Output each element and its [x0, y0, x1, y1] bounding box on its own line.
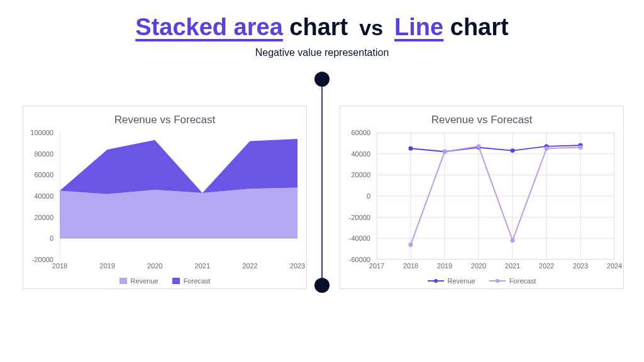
- y-tick-label: -40000: [349, 234, 370, 242]
- x-tick-label: 2018: [403, 262, 418, 270]
- x-tick-label: 2019: [99, 262, 114, 270]
- x-axis-ticks: 201820192020202120222023: [60, 262, 297, 271]
- svg-point-27: [511, 238, 515, 243]
- right-title-rest: chart: [443, 14, 508, 40]
- legend-item-revenue: Revenue: [428, 277, 475, 285]
- y-tick-label: -20000: [32, 256, 53, 263]
- y-tick-label: 60000: [34, 171, 53, 178]
- legend-label: Revenue: [131, 277, 158, 285]
- stacked-area-chart-panel: Revenue vs Forecast -2000002000040000600…: [23, 106, 307, 289]
- line-link[interactable]: Line: [394, 14, 443, 40]
- x-tick-label: 2020: [147, 262, 162, 270]
- svg-point-24: [409, 243, 413, 247]
- y-tick-label: 0: [50, 234, 53, 242]
- y-tick-label: 80000: [34, 150, 53, 158]
- legend-swatch-icon: [119, 278, 127, 284]
- legend: Revenue Forecast: [23, 277, 306, 285]
- y-tick-label: 100000: [30, 129, 53, 136]
- y-tick-label: 20000: [34, 214, 53, 221]
- x-tick-label: 2020: [471, 262, 486, 270]
- left-title-rest: chart: [283, 14, 348, 40]
- x-tick-label: 2021: [195, 262, 210, 270]
- legend: Revenue Forecast: [340, 277, 623, 285]
- svg-point-28: [545, 146, 549, 151]
- stacked-area-svg: [60, 133, 297, 260]
- svg-point-29: [579, 145, 583, 150]
- svg-point-18: [409, 146, 413, 151]
- svg-point-25: [443, 150, 447, 154]
- vertical-divider: [321, 79, 323, 285]
- divider-dot-top: [314, 72, 330, 87]
- line-plot: [377, 133, 614, 260]
- vs-label: vs: [359, 16, 383, 40]
- x-tick-label: 2019: [437, 262, 452, 270]
- right-title: Line chart: [394, 14, 509, 41]
- y-tick-label: 40000: [351, 150, 370, 158]
- y-tick-label: 0: [367, 192, 370, 200]
- x-tick-label: 2024: [607, 262, 622, 270]
- x-tick-label: 2018: [52, 262, 67, 270]
- x-tick-label: 2023: [290, 262, 305, 270]
- left-title: Stacked area chart: [135, 14, 348, 41]
- divider-dot-bottom: [314, 278, 330, 293]
- svg-point-21: [511, 148, 515, 153]
- x-tick-label: 2022: [242, 262, 257, 270]
- stacked-area-link[interactable]: Stacked area: [135, 14, 283, 40]
- x-tick-label: 2023: [573, 262, 588, 270]
- x-tick-label: 2017: [369, 262, 384, 270]
- y-tick-label: -20000: [349, 214, 370, 221]
- legend-item-forecast: Forecast: [172, 277, 211, 285]
- y-tick-label: 40000: [34, 192, 53, 200]
- legend-line-icon: [428, 278, 444, 284]
- x-axis-ticks: 20172018201920202021202220232024: [377, 262, 614, 271]
- stacked-area-plot: [60, 133, 297, 260]
- y-axis-ticks: -60000-40000-200000200004000060000: [340, 133, 374, 260]
- legend-label: Forecast: [509, 277, 536, 285]
- y-axis-ticks: -20000020000400006000080000100000: [23, 133, 57, 260]
- x-tick-label: 2021: [505, 262, 520, 270]
- y-tick-label: -60000: [349, 256, 370, 263]
- legend-item-revenue: Revenue: [119, 277, 158, 285]
- svg-point-26: [477, 144, 481, 148]
- line-chart-panel: Revenue vs Forecast -60000-40000-2000002…: [340, 106, 624, 289]
- chart-title: Revenue vs Forecast: [23, 106, 306, 126]
- legend-swatch-icon: [172, 278, 180, 284]
- page-heading: Stacked area chart vs Line chart Negativ…: [0, 14, 644, 58]
- legend-item-forecast: Forecast: [489, 277, 536, 285]
- legend-label: Revenue: [448, 277, 475, 285]
- y-tick-label: 20000: [351, 171, 370, 178]
- line-svg: [377, 133, 614, 260]
- legend-label: Forecast: [184, 277, 211, 285]
- y-tick-label: 60000: [351, 129, 370, 136]
- chart-title: Revenue vs Forecast: [340, 106, 623, 126]
- x-tick-label: 2022: [539, 262, 554, 270]
- legend-line-icon: [489, 278, 506, 284]
- subtitle: Negative value representation: [0, 47, 644, 58]
